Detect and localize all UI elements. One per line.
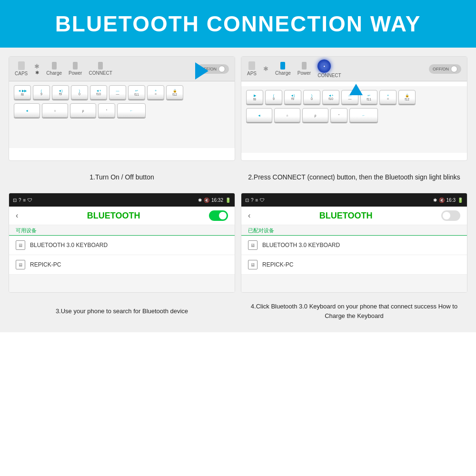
phone-panel-3: ⊡ ? ≡ 🛡 ✱ 🔇 16:32 🔋 ‹ BLUETOOTH — [9, 193, 235, 293]
keyboard-image-1: CAPS ✱ ✱ Charge Power — [9, 56, 235, 161]
back-arrow-2: ‹ — [248, 211, 250, 220]
keyboard-labels-1: CAPS ✱ ✱ Charge Power — [15, 61, 112, 76]
key-f10[interactable]: ◄+ f10 — [90, 85, 107, 99]
key-0-2[interactable]: ) 0 — [303, 90, 320, 104]
status-icons-2: ⊡ ? ≡ 🛡 — [245, 198, 265, 203]
key-bottom-1[interactable]: ◄ — [14, 103, 40, 118]
bluetooth-header-2: ‹ BLUETOOTH — [241, 207, 467, 225]
keyboard-labels-2: APS ✱ Charge Power ● — [247, 60, 341, 78]
key-bottom-8[interactable]: " — [330, 108, 347, 122]
status-icons-right-2: ✱ 🔇 16:3 🔋 — [433, 198, 463, 203]
key-row-2: ◄ ∩ ρ " ← — [14, 103, 230, 118]
bluetooth-toggle-2[interactable] — [441, 210, 460, 221]
keyboard-panel-2: APS ✱ Charge Power ● — [238, 53, 470, 190]
toggle-knob-2 — [451, 66, 457, 72]
device-name-1: BLUETOOTH 3.0 KEYBOARD — [30, 242, 108, 248]
phone-panel-4-container: ⊡ ? ≡ 🛡 ✱ 🔇 16:3 🔋 ‹ BLUETOOTH — [238, 190, 470, 327]
main-grid: CAPS ✱ ✱ Charge Power — [0, 48, 476, 332]
offon-toggle-2[interactable]: OFF/ON — [429, 64, 461, 74]
key-bottom-3[interactable]: ρ — [70, 103, 96, 118]
key-f11-2[interactable]: ↩ f11 — [360, 90, 377, 104]
key-9-2[interactable]: ( 9 — [265, 90, 282, 104]
device-item-3[interactable]: 🖥 BLUETOOTH 3.0 KEYBOARD — [241, 236, 467, 255]
back-arrow-1: ‹ — [16, 211, 18, 220]
device-item-4[interactable]: 🖥 REPICK-PC — [241, 255, 467, 275]
time-1: 16:32 — [211, 198, 223, 203]
key-bottom-4[interactable]: " — [98, 103, 115, 118]
key-bottom-7[interactable]: ρ — [302, 108, 328, 122]
bt-icon-2: ✱ — [263, 65, 268, 72]
status-icons-1: ⊡ ? ≡ 🛡 — [13, 198, 32, 203]
mute-icon-2: 🔇 — [439, 198, 445, 203]
key-f12-2[interactable]: 🔒 f12 — [398, 90, 416, 104]
power-label: Power — [69, 62, 82, 76]
shield-icon-2: 🛡 — [260, 198, 265, 203]
device-icon-3: 🖥 — [248, 240, 258, 250]
step-3-label: 3.Use your phone to search for Bluetooth… — [6, 296, 238, 327]
bluetooth-header-1: ‹ BLUETOOTH — [9, 207, 235, 225]
step-2-label: 2.Press CONNECT (connect) button, then t… — [238, 164, 470, 190]
key-f8-2[interactable]: ▶ f8 — [246, 90, 263, 104]
key-f9[interactable]: ◄) f9 — [52, 85, 69, 99]
connect-button-glow: ● — [317, 60, 331, 73]
bt-icon: ✱ — [34, 63, 40, 70]
phone-content-1: ‹ BLUETOOTH 可用设备 🖥 BLUETOOTH 3.0 KEYBOAR… — [9, 207, 235, 292]
bluetooth-toggle-1[interactable] — [209, 210, 228, 221]
power-label-2: Power — [298, 62, 311, 76]
key-f10-2[interactable]: ◄+ f10 — [322, 90, 339, 104]
bt-status-icon: ✱ — [198, 198, 202, 203]
power-icon — [73, 62, 78, 69]
signal-icon-2: ? — [251, 198, 254, 203]
device-name-4: REPICK-PC — [262, 261, 293, 268]
key-9[interactable]: ( 9 — [33, 85, 50, 99]
bluetooth-title-2: BLUETOOTH — [319, 211, 373, 221]
key-enter[interactable]: ← — [117, 103, 146, 118]
bt-status-icon-2: ✱ — [433, 198, 437, 203]
device-icon-4: 🖥 — [248, 260, 258, 269]
bt-label: ✱ ✱ — [34, 63, 40, 75]
device-item-2[interactable]: 🖥 REPICK-PC — [9, 255, 235, 275]
device-icon-1: 🖥 — [16, 240, 25, 250]
toggle-knob-1 — [218, 66, 225, 72]
battery-icon: 🔋 — [225, 198, 231, 203]
phone-panel-3-container: ⊡ ? ≡ 🛡 ✱ 🔇 16:32 🔋 ‹ BLUETOOTH — [6, 190, 238, 327]
key-bottom-6[interactable]: ∩ — [274, 108, 300, 122]
key-row-4: ◄ ∩ ρ " ← — [246, 108, 462, 122]
menu-icon: ≡ — [23, 198, 26, 203]
key-bottom-2[interactable]: ∩ — [42, 103, 68, 118]
connect-label-2: ● CONNECT — [317, 60, 341, 78]
connect-icon — [98, 62, 103, 69]
connect-label: CONNECT — [89, 62, 112, 76]
page-header: BLUETOOTH CONNECTION WAY — [0, 0, 476, 48]
power-icon-2 — [302, 62, 307, 69]
keyboard-top-bar-2: APS ✱ Charge Power ● — [241, 57, 467, 81]
shield-icon: 🛡 — [28, 198, 32, 203]
charge-icon-2 — [280, 62, 285, 69]
toggle-knob-bt-2 — [443, 212, 450, 219]
key-bottom-5[interactable]: ◄ — [246, 108, 272, 122]
key-f8[interactable]: ◄ ▶▶ f8 — [14, 85, 31, 99]
keyboard-top-bar-1: CAPS ✱ ✱ Charge Power — [9, 57, 235, 81]
capslock-icon — [18, 61, 25, 70]
key-f11[interactable]: ↩ f11 — [128, 85, 145, 99]
step-4-label: 4.Click Bluetooth 3.0 Keyboard on your p… — [238, 296, 470, 327]
keyboard-panel-1: CAPS ✱ ✱ Charge Power — [6, 53, 238, 190]
toggle-knob-bt-1 — [219, 212, 227, 219]
key-enter-2[interactable]: ← — [349, 108, 378, 122]
wifi-icon-2: ⊡ — [245, 198, 249, 203]
keyboard-keys-1: ◄ ▶▶ f8 ( 9 ◄) f9 ) 0 — [9, 81, 235, 148]
key-plus[interactable]: + = — [147, 85, 164, 99]
key-plus-2[interactable]: + = — [379, 90, 397, 104]
arrow-up-icon — [349, 84, 363, 95]
page-title: BLUETOOTH CONNECTION WAY — [55, 11, 421, 37]
status-bar-2: ⊡ ? ≡ 🛡 ✱ 🔇 16:3 🔋 — [241, 193, 467, 207]
section-paired: 已配对设备 — [241, 225, 467, 236]
device-item-1[interactable]: 🖥 BLUETOOTH 3.0 KEYBOARD — [9, 236, 235, 255]
step-1-label: 1.Turn On / Off button — [6, 164, 238, 190]
key-f9-2[interactable]: ◄) f9 — [284, 90, 301, 104]
device-name-3: BLUETOOTH 3.0 KEYBOARD — [262, 242, 340, 248]
key-0[interactable]: ) 0 — [71, 85, 88, 99]
key-minus[interactable]: — — — [109, 85, 126, 99]
arrow-right-icon — [195, 62, 208, 79]
key-f12[interactable]: 🔒 f12 — [166, 85, 183, 99]
